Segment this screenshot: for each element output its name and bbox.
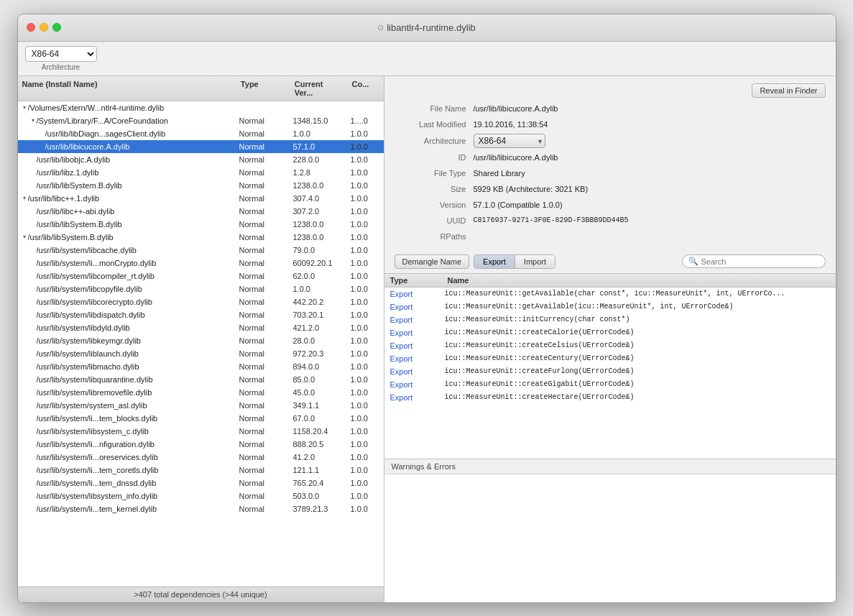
architecture-info-dropdown-wrapper: X86-64 ARM64 [474,134,545,148]
col-header-name: Name (Install Name) [18,78,236,98]
tree-row[interactable]: /usr/lib/libSystem.B.dylib Normal 1238.0… [18,179,384,192]
tree-row[interactable]: /usr/lib/system/li...tem_kernel.dylib No… [18,502,384,515]
tree-row[interactable]: /usr/lib/system/libdispatch.dylib Normal… [18,308,384,321]
symbols-column-headers: Type Name [384,274,836,288]
tree-row[interactable]: /usr/lib/system/libcompiler_rt.dylib Nor… [18,270,384,282]
sym-row[interactable]: Export icu::MeasureUnit::getAvailable(ch… [384,288,836,300]
row-type: Normal [236,375,290,384]
search-box[interactable]: 🔍 [682,254,826,268]
version-row: Version 57.1.0 (Compatible 1.0.0) [395,198,826,211]
export-import-segmented: Export Import [474,254,555,269]
row-label: /usr/lib/libSystem.B.dylib [37,181,122,190]
architecture-dropdown[interactable]: X86-64 ARM64 [25,46,97,62]
sym-row[interactable]: Export icu::MeasureUnit::initCurrency(ch… [384,313,836,326]
tree-row[interactable]: /usr/lib/system/liblaunch.dylib Normal 9… [18,347,384,360]
tree-row[interactable]: /usr/lib/system/libsystem_c.dylib Normal… [18,425,384,438]
tree-row[interactable]: /Volumes/Extern/W...ntlr4-runtime.dylib [18,101,384,114]
sym-name: icu::MeasureUnit::createCentury(UErrorCo… [442,354,836,362]
tree-row[interactable]: /usr/lib/system/libmacho.dylib Normal 89… [18,360,384,373]
row-type: Normal [236,116,290,125]
expand-icon[interactable] [21,234,28,240]
right-panel: Reveal in Finder File Name /usr/lib/libi… [384,76,836,602]
tree-row[interactable]: /System/Library/F...A/CoreFoundation Nor… [18,114,384,127]
row-label: /usr/lib/system/li...oreservices.dylib [37,453,158,461]
row-version: 41.2.0 [290,453,348,461]
id-label: ID [395,153,474,162]
expand-icon[interactable] [21,104,28,111]
tree-row[interactable]: /usr/lib/libDiagn...sagesClient.dylib No… [18,127,384,140]
reveal-in-finder-button[interactable]: Reveal in Finder [752,83,825,98]
tree-row[interactable]: /usr/lib/system/libkeymgr.dylib Normal 2… [18,334,384,347]
tree-row[interactable]: /usr/lib/system/li...tem_dnssd.dylib Nor… [18,477,384,489]
demangle-name-button[interactable]: Demangle Name [395,254,470,269]
dependency-tree[interactable]: /Volumes/Extern/W...ntlr4-runtime.dylib … [18,101,384,587]
tree-row[interactable]: /usr/lib/system/libremovefile.dylib Norm… [18,386,384,399]
expand-icon[interactable] [21,195,28,201]
row-type: Normal [236,388,290,397]
tree-row[interactable]: /usr/lib/system/li...nfiguration.dylib N… [18,438,384,451]
traffic-lights [27,23,61,32]
sym-row[interactable]: Export icu::MeasureUnit::createHectare(U… [384,391,836,404]
tree-row[interactable]: /usr/lib/system/libdyld.dylib Normal 421… [18,321,384,334]
tree-row[interactable]: /usr/lib/system/li...oreservices.dylib N… [18,451,384,464]
tree-row[interactable]: /usr/lib/libc++.1.dylib Normal 307.4.0 1… [18,192,384,205]
row-type: Normal [236,207,290,216]
row-compat: 1.0.0 [348,142,384,151]
sym-row[interactable]: Export icu::MeasureUnit::createGigabit(U… [384,378,836,391]
search-input[interactable] [701,257,819,266]
rpaths-label: RPaths [395,232,474,241]
tree-row[interactable]: /usr/lib/libobjc.A.dylib Normal 228.0.0 … [18,153,384,166]
tree-row-selected[interactable]: /usr/lib/libicucore.A.dylib Normal 57.1.… [18,140,384,153]
row-compat: 1.0.0 [348,129,384,138]
import-button[interactable]: Import [515,255,555,268]
sym-type: Export [384,354,442,363]
tree-row[interactable]: /usr/lib/libz.1.dylib Normal 1.2.8 1.0.0 [18,166,384,179]
minimize-button[interactable] [40,23,48,32]
warnings-body[interactable] [384,474,836,602]
size-row: Size 5929 KB (Architecture: 3021 KB) [395,183,826,196]
tree-row[interactable]: /usr/lib/system/li...tem_coretls.dylib N… [18,464,384,477]
row-label: /usr/lib/system/li...tem_coretls.dylib [37,466,159,474]
status-text: >407 total dependencies (>44 unique) [134,590,267,599]
sym-row[interactable]: Export icu::MeasureUnit::createCelsius(U… [384,339,836,352]
tree-row[interactable]: /usr/lib/system/libsystem_info.dylib Nor… [18,489,384,502]
architecture-info-dropdown[interactable]: X86-64 ARM64 [474,134,545,148]
sym-row[interactable]: Export icu::MeasureUnit::getAvailable(ic… [384,300,836,313]
row-type: Normal [236,323,290,332]
row-label: /usr/lib/libDiagn...sagesClient.dylib [45,129,166,138]
row-version: 349.1.1 [290,401,348,410]
tree-row[interactable]: /usr/lib/libc++-abi.dylib Normal 307.2.0… [18,205,384,218]
row-compat: 1.0.0 [348,207,384,216]
export-button[interactable]: Export [474,255,515,268]
row-label: /usr/lib/system/libmacho.dylib [37,362,139,371]
row-type: Normal [236,505,290,513]
row-compat: 1.0.0 [348,388,384,397]
close-button[interactable] [27,23,35,32]
tree-row[interactable]: /usr/lib/system/libcorecrypto.dylib Norm… [18,295,384,308]
expand-icon[interactable] [29,117,37,124]
col-header-version: Current Ver... [290,78,348,98]
status-bar: >407 total dependencies (>44 unique) [18,587,384,602]
row-type: Normal [236,440,290,449]
row-type: Normal [236,168,290,177]
symbols-table[interactable]: Export icu::MeasureUnit::getAvailable(ch… [384,288,836,459]
tree-row[interactable]: /usr/lib/libSystem.B.dylib Normal 1238.0… [18,231,384,244]
row-label: /usr/lib/system/li...tem_dnssd.dylib [37,479,157,487]
row-label: /usr/lib/system/system_asl.dylib [37,401,147,410]
tree-row[interactable]: /usr/lib/libSystem.B.dylib Normal 1238.0… [18,218,384,231]
version-value: 57.1.0 (Compatible 1.0.0) [474,201,563,209]
tree-row[interactable]: /usr/lib/system/li...tem_blocks.dylib No… [18,412,384,425]
tree-row[interactable]: /usr/lib/system/system_asl.dylib Normal … [18,399,384,412]
maximize-button[interactable] [52,23,61,32]
row-type: Normal [236,362,290,371]
row-version: 1.2.8 [290,168,348,177]
sym-row[interactable]: Export icu::MeasureUnit::createCalorie(U… [384,326,836,339]
sym-row[interactable]: Export icu::MeasureUnit::createFurlong(U… [384,365,836,378]
tree-row[interactable]: /usr/lib/system/libquarantine.dylib Norm… [18,373,384,386]
tree-row[interactable]: /usr/lib/system/li...monCrypto.dylib Nor… [18,257,384,270]
tree-row[interactable]: /usr/lib/system/libcache.dylib Normal 79… [18,244,384,257]
tree-row[interactable]: /usr/lib/system/libcopyfile.dylib Normal… [18,282,384,295]
row-type: Normal [236,181,290,190]
row-version: 1238.0.0 [290,181,348,190]
sym-row[interactable]: Export icu::MeasureUnit::createCentury(U… [384,352,836,365]
